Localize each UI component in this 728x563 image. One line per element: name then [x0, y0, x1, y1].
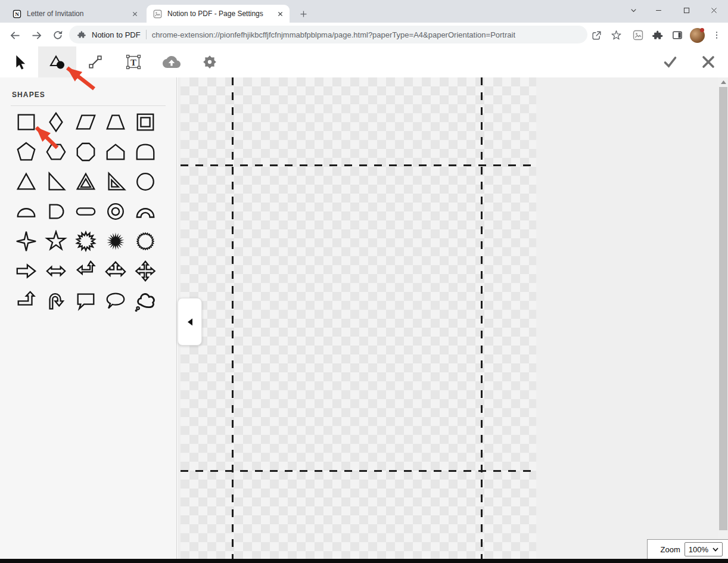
- tab-search-button[interactable]: [624, 2, 642, 18]
- shape-burst[interactable]: [71, 226, 101, 256]
- bookmark-button[interactable]: [608, 27, 624, 43]
- minimize-icon: [654, 6, 663, 15]
- window-minimize-button[interactable]: [649, 2, 667, 18]
- arrow-four-way-icon: [134, 260, 157, 282]
- tab-close-icon[interactable]: [132, 11, 138, 17]
- shape-thought-cloud[interactable]: [130, 286, 160, 316]
- shape-sun[interactable]: [101, 226, 130, 256]
- profile-button[interactable]: [689, 27, 705, 43]
- shape-hexagon[interactable]: [41, 137, 71, 167]
- shape-parallelogram[interactable]: [71, 107, 101, 137]
- reload-button[interactable]: [50, 27, 66, 43]
- share-button[interactable]: [589, 27, 604, 43]
- shape-trapezoid[interactable]: [101, 107, 130, 137]
- upload-tool-button[interactable]: [153, 46, 191, 77]
- shape-arrow-four-way[interactable]: [130, 256, 160, 286]
- panel-collapse-handle[interactable]: [178, 298, 202, 346]
- extension-icon: [632, 29, 644, 41]
- tab-close-icon[interactable]: [277, 11, 284, 17]
- shape-pentagon[interactable]: [11, 137, 41, 167]
- donut-icon: [104, 200, 127, 223]
- shape-four-point-star[interactable]: [11, 226, 41, 256]
- page-canvas[interactable]: [178, 77, 718, 559]
- shape-arch[interactable]: [130, 197, 160, 226]
- shapes-panel-title: SHAPES: [12, 91, 45, 99]
- shapes-tool-icon: [48, 53, 66, 71]
- scalloped-circle-icon: [134, 230, 157, 253]
- shape-arrow-left-right[interactable]: [41, 256, 71, 286]
- shape-d-shape[interactable]: [41, 197, 71, 226]
- back-button[interactable]: [7, 27, 23, 43]
- extensions-menu-button[interactable]: [650, 27, 665, 43]
- speech-bubble-rectangle-icon: [74, 290, 97, 312]
- scrollbar-thumb[interactable]: [719, 87, 727, 530]
- burst-icon: [74, 230, 97, 253]
- transparency-checkerboard[interactable]: [181, 77, 536, 559]
- triangle-icon: [15, 170, 38, 193]
- chevron-down-icon: [629, 6, 638, 15]
- shape-nested-right-triangle[interactable]: [101, 167, 130, 197]
- new-tab-button[interactable]: [297, 7, 310, 20]
- tab-letter-of-invitation[interactable]: N Letter of Invitation: [6, 5, 144, 23]
- address-bar[interactable]: Notion to PDF chrome-extension://pionfef…: [69, 26, 587, 43]
- apply-button[interactable]: [651, 46, 689, 77]
- shape-arrow-bent-up-left[interactable]: [71, 256, 101, 286]
- rectangle-icon: [15, 111, 38, 133]
- shape-scalloped-circle[interactable]: [130, 226, 160, 256]
- window-maximize-button[interactable]: [677, 2, 695, 18]
- cancel-button[interactable]: [689, 46, 727, 77]
- notion-favicon-icon: N: [12, 9, 22, 19]
- tab-notion-to-pdf-page-settings[interactable]: Notion to PDF - Page Settings: [147, 5, 290, 23]
- right-triangle-icon: [45, 170, 67, 193]
- settings-tool-button[interactable]: [191, 46, 229, 77]
- browser-menu-button[interactable]: [709, 27, 724, 43]
- shape-rectangle[interactable]: [11, 107, 41, 137]
- window-close-button[interactable]: [705, 2, 723, 18]
- vertical-scrollbar[interactable]: [718, 77, 728, 559]
- five-point-star-icon: [45, 230, 67, 253]
- line-tool-button[interactable]: [76, 46, 114, 77]
- pinned-extension-button[interactable]: [630, 27, 646, 43]
- diamond-icon: [45, 111, 67, 133]
- zoom-panel: Zoom 100%: [647, 539, 728, 559]
- shape-arrow-corner-up[interactable]: [11, 286, 41, 316]
- page-url: chrome-extension://pionfefhjikbcffjfcfnj…: [152, 30, 515, 39]
- shape-pill[interactable]: [71, 197, 101, 226]
- shape-donut[interactable]: [101, 197, 130, 226]
- shape-pentagon-house[interactable]: [101, 137, 130, 167]
- shapes-tool-button[interactable]: [38, 46, 76, 77]
- back-arrow-icon: [9, 29, 21, 42]
- scrollbar-up-button[interactable]: [718, 77, 728, 87]
- browser-navbar: Notion to PDF chrome-extension://pionfef…: [0, 23, 728, 47]
- shape-five-point-star[interactable]: [41, 226, 71, 256]
- sun-icon: [104, 230, 127, 253]
- forward-arrow-icon: [30, 29, 43, 42]
- shape-semicircle[interactable]: [11, 197, 41, 226]
- extension-name: Notion to PDF: [92, 30, 141, 39]
- select-tool-button[interactable]: [0, 46, 38, 77]
- kebab-menu-icon: [712, 30, 721, 40]
- shape-speech-bubble-rectangle[interactable]: [71, 286, 101, 316]
- arrow-bent-up-left-icon: [74, 260, 97, 282]
- shape-arrow-right[interactable]: [11, 256, 41, 286]
- shape-diamond[interactable]: [41, 107, 71, 137]
- forward-button[interactable]: [29, 27, 44, 43]
- shape-arrow-three-way[interactable]: [101, 256, 130, 286]
- shape-arrow-u-turn[interactable]: [41, 286, 71, 316]
- margin-guide-vertical-left: [232, 77, 234, 559]
- shape-nested-rectangle[interactable]: [130, 107, 160, 137]
- text-tool-icon: T: [125, 54, 142, 70]
- side-panel-button[interactable]: [670, 27, 685, 43]
- shape-nested-triangle[interactable]: [71, 167, 101, 197]
- editor-toolbar: T: [0, 46, 728, 77]
- text-tool-button[interactable]: T: [114, 46, 153, 77]
- shape-triangle[interactable]: [11, 167, 41, 197]
- shape-speech-bubble-oval[interactable]: [101, 286, 130, 316]
- shape-right-triangle[interactable]: [41, 167, 71, 197]
- shape-circle[interactable]: [130, 167, 160, 197]
- chevron-down-icon: [713, 548, 718, 552]
- shape-round-top-rectangle[interactable]: [130, 137, 160, 167]
- shape-octagon[interactable]: [71, 137, 101, 167]
- zoom-select[interactable]: 100%: [685, 542, 723, 556]
- nested-rectangle-icon: [134, 111, 157, 133]
